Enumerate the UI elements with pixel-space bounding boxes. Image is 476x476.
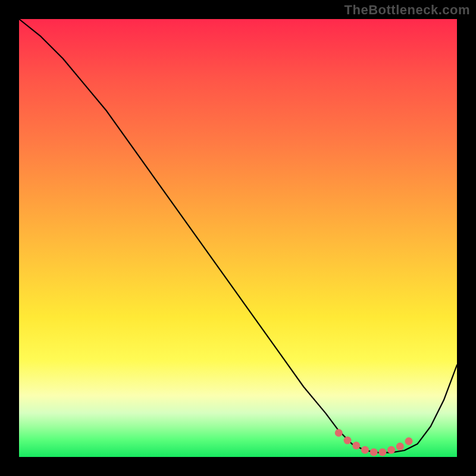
watermark-text: TheBottleneck.com [345,2,470,18]
plot-area [19,19,457,457]
chart-frame: TheBottleneck.com [0,0,476,476]
optimal-marker [370,448,378,456]
optimal-marker [387,446,395,454]
optimal-marker [335,429,343,437]
optimal-marker [378,448,386,456]
curve-svg [19,19,457,457]
bottleneck-curve [19,19,457,453]
optimal-marker [344,437,352,444]
optimal-range-markers [335,429,413,456]
optimal-marker [396,443,404,450]
optimal-marker [361,446,369,454]
optimal-marker [405,437,413,445]
optimal-marker [352,441,360,449]
